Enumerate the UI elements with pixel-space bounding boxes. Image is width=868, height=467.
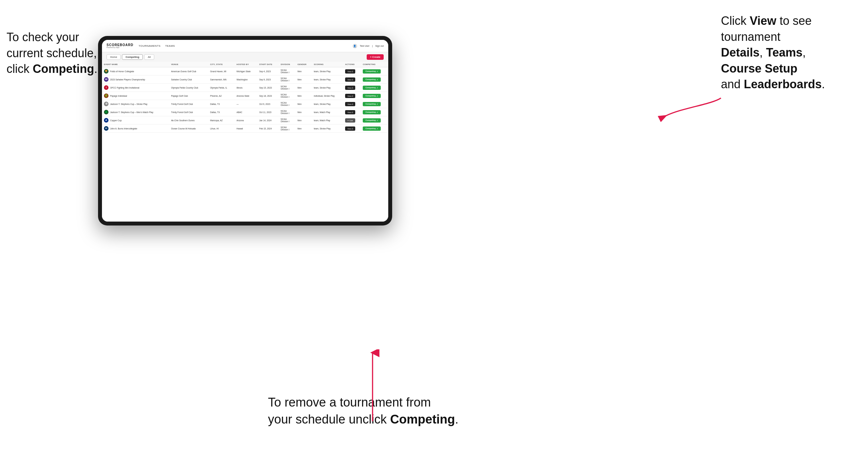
- event-name-cell: ACopper Cup: [102, 116, 169, 125]
- city-cell: Dallas, TX: [208, 108, 235, 116]
- competing-button[interactable]: Competing: [363, 126, 380, 131]
- competing-button[interactable]: Competing: [363, 118, 380, 123]
- scoring-cell: team, Stroke Play: [312, 67, 343, 75]
- hosted-cell: Hawaii: [235, 125, 257, 133]
- col-gender: GENDER: [296, 62, 312, 67]
- sign-out-link[interactable]: Sign out: [375, 45, 384, 47]
- city-cell: Grand Haven, MI: [208, 67, 235, 75]
- nav-tournaments[interactable]: TOURNAMENTS: [138, 44, 160, 48]
- filter-bar: Home Competing All + Create: [102, 52, 388, 62]
- event-name-cell: 🌲Jackson T. Stephens Cup – Men's Match P…: [102, 108, 169, 116]
- tournaments-table: EVENT NAME VENUE CITY, STATE HOSTED BY S…: [102, 62, 388, 133]
- hosted-cell: —: [235, 100, 257, 108]
- nav-logo: SCOREBOARD Powered by clippi: [106, 43, 133, 49]
- home-filter-btn[interactable]: Home: [106, 54, 121, 60]
- team-logo: 🦁: [104, 69, 108, 73]
- venue-cell: American Dunes Golf Club: [169, 67, 209, 75]
- nav-bar: SCOREBOARD Powered by clippi TOURNAMENTS…: [102, 40, 388, 52]
- event-name: Copper Cup: [110, 119, 122, 122]
- competing-button[interactable]: Competing: [363, 86, 380, 90]
- actions-cell: View ℹ: [343, 100, 361, 108]
- actions-cell: ✏ Edit: [343, 116, 361, 125]
- col-division: DIVISION: [279, 62, 296, 67]
- nav-teams[interactable]: TEAMS: [165, 44, 175, 48]
- venue-cell: Olympia Fields Country Club: [169, 84, 209, 92]
- venue-cell: Ak-Chin Southern Dunes: [169, 116, 209, 125]
- start_date-cell: Oct 9, 2023: [257, 100, 279, 108]
- scoring-cell: team, Stroke Play: [312, 75, 343, 84]
- table-row: ⚙Jackson T. Stephens Cup – Stroke PlayTr…: [102, 100, 388, 108]
- competing-cell: Competing: [361, 67, 388, 75]
- event-name-cell: HJohn A. Burns Intercollegiate: [102, 125, 169, 133]
- nav-right: 👤 Test User | Sign out: [352, 44, 384, 49]
- gender-cell: Men: [296, 108, 312, 116]
- event-name-cell: 🦁Folds of Honor Collegiate: [102, 67, 169, 75]
- city-cell: Sammamish, WA: [208, 75, 235, 84]
- competing-button[interactable]: Competing: [363, 110, 380, 114]
- edit-button[interactable]: ✏ Edit: [345, 118, 355, 123]
- start_date-cell: Sep 9, 2023: [257, 75, 279, 84]
- start_date-cell: Sep 18, 2023: [257, 92, 279, 100]
- hosted-cell: Washington: [235, 75, 257, 84]
- view-button[interactable]: View ℹ: [345, 69, 355, 73]
- city-cell: Maricopa, AZ: [208, 116, 235, 125]
- hosted-cell: Illinois: [235, 84, 257, 92]
- hosted-cell: ABAC: [235, 108, 257, 116]
- competing-button[interactable]: Competing: [363, 69, 380, 73]
- competing-cell: Competing: [361, 84, 388, 92]
- view-button[interactable]: View ℹ: [345, 110, 355, 114]
- competing-button[interactable]: Competing: [363, 102, 380, 106]
- view-button[interactable]: View ℹ: [345, 94, 355, 98]
- create-button[interactable]: + Create: [367, 54, 384, 60]
- scoring-cell: team, Match Play: [312, 116, 343, 125]
- competing-cell: Competing: [361, 125, 388, 133]
- logo-subtitle: Powered by clippi: [106, 47, 133, 49]
- division-cell: NCAADivision I: [279, 100, 296, 108]
- view-button[interactable]: View ℹ: [345, 102, 355, 106]
- team-logo: H: [104, 126, 108, 131]
- start_date-cell: Oct 11, 2023: [257, 108, 279, 116]
- city-cell: Phoenix, AZ: [208, 92, 235, 100]
- gender-cell: Men: [296, 75, 312, 84]
- hosted-cell: Arizona State: [235, 92, 257, 100]
- event-name: Papago Individual: [110, 95, 127, 97]
- col-venue: VENUE: [169, 62, 209, 67]
- view-button[interactable]: View ℹ: [345, 86, 355, 90]
- table-row: ACopper CupAk-Chin Southern DunesMaricop…: [102, 116, 388, 125]
- col-event-name: EVENT NAME: [102, 62, 169, 67]
- user-avatar: 👤: [352, 44, 357, 49]
- table-row: W2023 Sahalee Players ChampionshipSahale…: [102, 75, 388, 84]
- scoring-cell: team, Stroke Play: [312, 100, 343, 108]
- start_date-cell: Jan 14, 2024: [257, 116, 279, 125]
- event-name: Jackson T. Stephens Cup – Men's Match Pl…: [110, 111, 153, 114]
- team-logo: I: [104, 85, 108, 90]
- event-name-cell: 🌵Papago Individual: [102, 92, 169, 100]
- gender-cell: Men: [296, 125, 312, 133]
- division-cell: NCAADivision I: [279, 92, 296, 100]
- competing-cell: Competing: [361, 116, 388, 125]
- hosted-cell: Michigan State: [235, 67, 257, 75]
- venue-cell: Sahalee Country Club: [169, 75, 209, 84]
- competing-filter-btn[interactable]: Competing: [122, 54, 143, 60]
- event-name: John A. Burns Intercollegiate: [110, 127, 137, 130]
- col-start-date: START DATE: [257, 62, 279, 67]
- team-logo: 🌵: [104, 93, 108, 98]
- col-actions: ACTIONS: [343, 62, 361, 67]
- competing-cell: Competing: [361, 108, 388, 116]
- annotation-bottom: To remove a tournament from your schedul…: [268, 394, 510, 428]
- view-button[interactable]: View ℹ: [345, 77, 355, 82]
- division-cell: NCAADivision I: [279, 84, 296, 92]
- col-city-state: CITY, STATE: [208, 62, 235, 67]
- table-row: HJohn A. Burns IntercollegiateOcean Cour…: [102, 125, 388, 133]
- scoring-cell: team, Stroke Play: [312, 125, 343, 133]
- competing-button[interactable]: Competing: [363, 94, 380, 98]
- all-filter-btn[interactable]: All: [144, 54, 154, 60]
- competing-cell: Competing: [361, 100, 388, 108]
- table-row: 🌵Papago IndividualPapago Golf ClubPhoeni…: [102, 92, 388, 100]
- division-cell: NCAADivision I: [279, 67, 296, 75]
- actions-cell: View ℹ: [343, 92, 361, 100]
- event-name: 2023 Sahalee Players Championship: [110, 79, 145, 81]
- view-button[interactable]: View ℹ: [345, 126, 355, 131]
- competing-button[interactable]: Competing: [363, 77, 380, 82]
- col-hosted-by: HOSTED BY: [235, 62, 257, 67]
